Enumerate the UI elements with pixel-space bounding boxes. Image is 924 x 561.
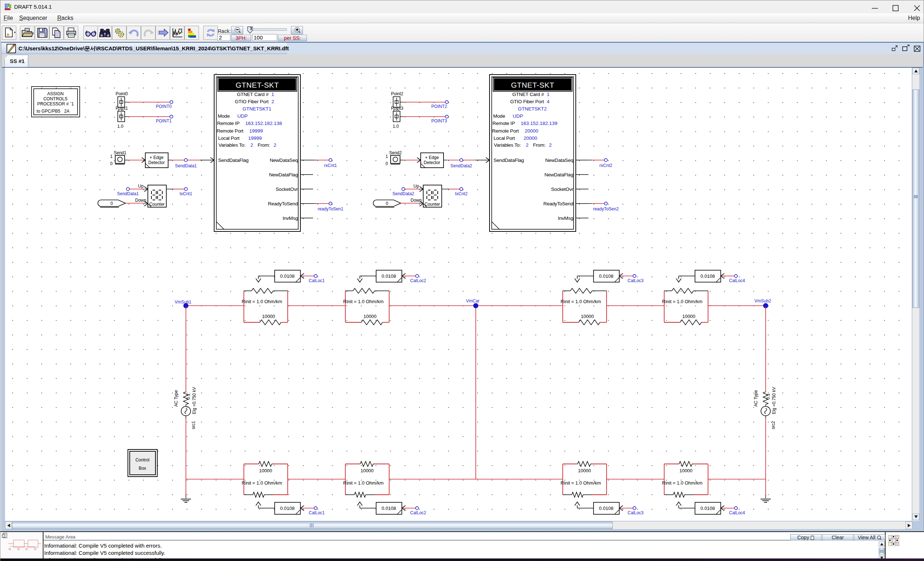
svg-text:0.0108: 0.0108	[381, 274, 396, 279]
svg-text:SocketOvr: SocketOvr	[551, 187, 574, 192]
svg-text:Counter: Counter	[424, 202, 440, 207]
svg-text:163.152.182.138: 163.152.182.138	[245, 121, 282, 126]
svg-text:ReadyToSend: ReadyToSend	[268, 201, 298, 206]
svg-text:VmCar: VmCar	[466, 298, 479, 304]
svg-text:10000: 10000	[259, 468, 272, 473]
svg-text:1.0: 1.0	[393, 124, 399, 129]
svg-text:0: 0	[110, 161, 113, 166]
svg-text:0: 0	[386, 201, 388, 206]
svg-text:Up: Up	[414, 184, 419, 189]
svg-text:Point3: Point3	[391, 106, 403, 111]
svg-text:Rinit = 1.0 Ohm/km: Rinit = 1.0 Ohm/km	[561, 299, 601, 304]
svg-text:10000: 10000	[680, 468, 693, 473]
svg-text:NewDataSeq: NewDataSeq	[270, 157, 298, 163]
svg-text:+ Edge: + Edge	[150, 155, 164, 160]
svg-text:10000: 10000	[682, 314, 695, 319]
svg-text:1: 1	[272, 92, 274, 97]
svg-text:txCnt2: txCnt2	[455, 191, 468, 196]
svg-text:1: 1	[386, 154, 388, 159]
svg-text:163.152.182.139: 163.152.182.139	[521, 121, 557, 126]
svg-text:GTIO Fiber Port: GTIO Fiber Port	[235, 99, 268, 104]
svg-text:0.0108: 0.0108	[700, 274, 715, 279]
svg-text:Remote IP: Remote IP	[217, 121, 240, 126]
svg-text:0: 0	[386, 161, 388, 166]
svg-text:19999: 19999	[249, 128, 263, 134]
svg-text:AC Type: AC Type	[174, 390, 178, 407]
svg-text:AC Type: AC Type	[753, 390, 758, 407]
svg-text:NewDataFlag: NewDataFlag	[269, 172, 298, 178]
svg-text:0.0108: 0.0108	[280, 274, 295, 279]
svg-text:GTNETSKT1: GTNETSKT1	[242, 106, 272, 112]
svg-text:0.1: 0.1	[766, 393, 771, 399]
svg-text:Rinit = 1.0 Ohm/km: Rinit = 1.0 Ohm/km	[561, 480, 601, 486]
svg-text:InvMsg: InvMsg	[558, 215, 573, 221]
svg-text:+ Edge: + Edge	[425, 155, 439, 160]
svg-text:1.0: 1.0	[117, 124, 123, 129]
svg-text:20000: 20000	[525, 128, 538, 134]
svg-text:Rinit = 1.0 Ohm/km: Rinit = 1.0 Ohm/km	[662, 299, 703, 304]
svg-text:Rinit = 1.0 Ohm/km: Rinit = 1.0 Ohm/km	[343, 299, 384, 304]
svg-text:NewDataFlag: NewDataFlag	[544, 172, 573, 178]
svg-text:CONTROLS: CONTROLS	[44, 96, 68, 102]
svg-text:to GPC/PB5: to GPC/PB5	[37, 109, 60, 114]
svg-text:CalLoc2: CalLoc2	[410, 510, 426, 515]
svg-text:CalLoc1: CalLoc1	[309, 278, 325, 283]
svg-text:Rinit = 1.0 Ohm/km: Rinit = 1.0 Ohm/km	[662, 480, 703, 486]
svg-text:2A: 2A	[64, 109, 70, 114]
svg-text:Remote Port: Remote Port	[492, 128, 519, 134]
svg-text:Elg =0.750 kV: Elg =0.750 kV	[771, 387, 777, 414]
svg-text:GTNETSKT2: GTNETSKT2	[518, 106, 547, 112]
svg-text:CalLoc1: CalLoc1	[309, 510, 325, 515]
svg-text:4: 4	[547, 99, 550, 104]
svg-text:2: 2	[274, 142, 276, 148]
svg-text:Up: Up	[138, 184, 144, 189]
svg-text:19999: 19999	[248, 135, 262, 141]
svg-text:ReadyToSend: ReadyToSend	[543, 201, 573, 206]
svg-text:0.0108: 0.0108	[599, 506, 614, 511]
svg-text:Down: Down	[135, 198, 146, 203]
svg-text:InvMsg: InvMsg	[283, 215, 298, 221]
svg-text:SendData1: SendData1	[175, 163, 197, 168]
svg-text:NewDataSeq: NewDataSeq	[545, 157, 573, 163]
svg-text:10000: 10000	[363, 314, 376, 319]
svg-text:0.0108: 0.0108	[381, 506, 396, 511]
svg-text:2: 2	[549, 142, 552, 148]
svg-text:readyToSen1: readyToSen1	[318, 206, 344, 211]
svg-text:VmSub2: VmSub2	[754, 298, 771, 304]
svg-text:ASSIGN: ASSIGN	[47, 91, 63, 96]
svg-text:0.0108: 0.0108	[599, 274, 614, 279]
svg-text:GTNET Card #: GTNET Card #	[512, 92, 544, 97]
svg-text:GTNET-SKT: GTNET-SKT	[511, 81, 554, 89]
svg-text:POINT0: POINT0	[156, 104, 172, 109]
svg-text:Rinit = 1.0 Ohm/km: Rinit = 1.0 Ohm/km	[242, 299, 282, 304]
svg-text:Mode: Mode	[218, 113, 230, 119]
svg-text:Variables To:: Variables To:	[494, 142, 521, 148]
svg-text:Point0: Point0	[116, 91, 128, 96]
svg-text:CalLoc3: CalLoc3	[628, 278, 644, 283]
svg-text:10000: 10000	[578, 468, 591, 473]
svg-text:Rinit = 1.0 Ohm/km: Rinit = 1.0 Ohm/km	[343, 480, 384, 486]
svg-text:SocketOvr: SocketOvr	[276, 187, 298, 192]
svg-text:POINT2: POINT2	[431, 104, 447, 109]
svg-text:SendData2: SendData2	[450, 163, 472, 168]
svg-text:Point1: Point1	[116, 106, 128, 111]
svg-text:From:: From:	[258, 142, 270, 148]
svg-text:0.0108: 0.0108	[280, 506, 295, 511]
svg-text:From:: From:	[533, 142, 545, 148]
svg-text:CalLoc4: CalLoc4	[729, 278, 745, 283]
svg-text:Point2: Point2	[391, 91, 403, 96]
svg-text:CalLoc4: CalLoc4	[729, 510, 745, 515]
svg-text:UDP: UDP	[513, 113, 523, 119]
svg-text:Box: Box	[139, 466, 146, 471]
svg-text:10000: 10000	[360, 468, 374, 473]
svg-text:UDP: UDP	[237, 113, 248, 119]
svg-text:10000: 10000	[581, 314, 594, 319]
svg-text:1: 1	[547, 92, 550, 97]
svg-text:readyToSen2: readyToSen2	[593, 206, 619, 211]
svg-text:Counter: Counter	[149, 202, 165, 207]
svg-text:0.1: 0.1	[186, 393, 191, 399]
svg-text:Detector: Detector	[148, 160, 165, 165]
svg-text:0.0108: 0.0108	[700, 506, 715, 511]
svg-text:VmSub1: VmSub1	[175, 299, 191, 305]
svg-text:FS: FS	[178, 28, 183, 31]
